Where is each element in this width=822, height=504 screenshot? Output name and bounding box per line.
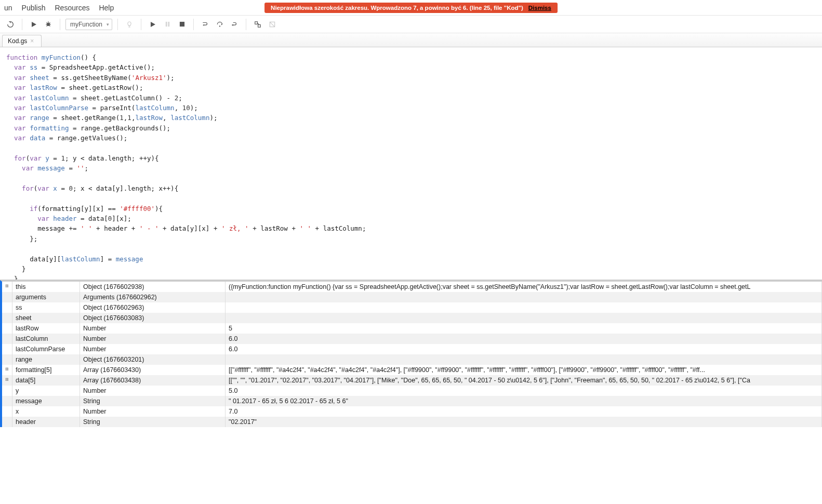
expand-icon — [2, 396, 12, 406]
var-name: arguments — [12, 292, 80, 302]
function-selected: myFunction — [70, 21, 102, 28]
step-over-icon — [216, 21, 223, 28]
svg-line-5 — [47, 22, 48, 23]
var-value: 6.0 — [226, 334, 822, 344]
step-into-icon — [202, 21, 209, 28]
var-name: message — [12, 396, 80, 406]
menu-help[interactable]: Help — [99, 4, 114, 12]
expand-icon — [2, 302, 12, 313]
var-type: Number — [80, 344, 226, 354]
debug-stop-button[interactable] — [176, 18, 188, 31]
var-type: Arguments (1676602962) — [80, 292, 226, 302]
expand-icon[interactable]: ⊞ — [2, 365, 12, 375]
file-tabs: Kod.gs × — [0, 33, 822, 47]
svg-line-6 — [49, 22, 50, 23]
debug-button[interactable] — [42, 18, 55, 31]
var-value: 5.0 — [226, 386, 822, 396]
expand-icon[interactable]: ⊞ — [2, 282, 12, 292]
menu-run[interactable]: un — [4, 4, 12, 12]
var-value: 6.0 — [226, 344, 822, 354]
var-value — [226, 302, 822, 313]
error-banner: Nieprawidłowa szerokość zakresu. Wprowad… — [264, 3, 558, 13]
debug-continue-button[interactable] — [147, 18, 159, 31]
step-out-button[interactable] — [228, 18, 241, 31]
svg-rect-18 — [258, 24, 261, 27]
svg-rect-12 — [179, 22, 184, 26]
menu-publish[interactable]: Publish — [22, 4, 46, 12]
hint-button[interactable] — [123, 18, 136, 31]
bug-icon — [45, 21, 52, 28]
var-type: Object (1676603083) — [80, 313, 226, 323]
code-editor[interactable]: function myFunction() { var ss = Spreads… — [0, 47, 822, 280]
var-type: Number — [80, 334, 226, 344]
svg-rect-11 — [168, 22, 169, 26]
expand-icon — [2, 292, 12, 302]
breakpoints-icon — [254, 21, 261, 28]
svg-line-21 — [270, 22, 274, 26]
play-icon — [150, 21, 156, 28]
expand-icon — [2, 334, 12, 344]
var-name: data[5] — [12, 375, 80, 386]
expand-icon — [2, 354, 12, 365]
var-value: [["", "", "01.2017", "02.2017", "03.2017… — [226, 375, 822, 386]
close-icon[interactable]: × — [30, 37, 34, 45]
var-name: lastColumn — [12, 334, 80, 344]
var-name: y — [12, 386, 80, 396]
var-name: header — [12, 417, 80, 427]
var-name: this — [12, 282, 80, 292]
var-name: x — [12, 406, 80, 417]
var-name: range — [12, 354, 80, 365]
var-type: String — [80, 396, 226, 406]
var-name: lastRow — [12, 323, 80, 334]
lightbulb-icon — [126, 21, 133, 28]
var-name: lastColumnParse — [12, 344, 80, 354]
var-value: [["#ffffff", "#ffffff", "#a4c2f4", "#a4c… — [226, 365, 822, 375]
clear-breakpoints-button[interactable] — [266, 18, 279, 31]
debug-pause-button[interactable] — [161, 18, 174, 31]
stop-icon — [179, 21, 185, 27]
menu-resources[interactable]: Resources — [55, 4, 90, 12]
var-value — [226, 313, 822, 323]
tab-label: Kod.gs — [8, 37, 27, 45]
play-icon — [31, 21, 37, 28]
var-value: 5 — [226, 323, 822, 334]
expand-icon — [2, 406, 12, 417]
clear-icon — [269, 21, 276, 28]
svg-point-15 — [219, 25, 220, 26]
dismiss-link[interactable]: Dismiss — [528, 5, 551, 11]
var-value: "02.2017" — [226, 417, 822, 427]
var-type: Object (1676602938) — [80, 282, 226, 292]
var-value — [226, 292, 822, 302]
var-type: Array (1676603430) — [80, 365, 226, 375]
tab-kod[interactable]: Kod.gs × — [2, 35, 42, 47]
step-over-button[interactable] — [214, 18, 226, 31]
debugger-panel: ⊞thisObject (1676602938)({myFunction:fun… — [0, 280, 822, 427]
step-out-icon — [231, 21, 238, 28]
svg-rect-10 — [165, 22, 167, 26]
breakpoints-button[interactable] — [251, 18, 264, 31]
undo-button[interactable] — [4, 18, 17, 31]
var-name: ss — [12, 302, 80, 313]
svg-marker-9 — [151, 22, 155, 27]
menu-bar: un Publish Resources Help Nieprawidłowa … — [0, 0, 822, 16]
var-type: String — [80, 417, 226, 427]
run-button[interactable] — [28, 18, 40, 31]
svg-marker-13 — [203, 24, 204, 26]
undo-icon — [6, 20, 15, 29]
var-type: Number — [80, 406, 226, 417]
var-value: " 01.2017 - 65 zł, 5 6 02.2017 - 65 zł, … — [226, 396, 822, 406]
var-name: sheet — [12, 313, 80, 323]
expand-icon — [2, 313, 12, 323]
var-type: Object (1676603201) — [80, 354, 226, 365]
var-type: Number — [80, 386, 226, 396]
expand-icon[interactable]: ⊞ — [2, 375, 12, 386]
var-value: ({myFunction:function myFunction() {var … — [226, 282, 822, 292]
svg-line-8 — [49, 25, 50, 26]
expand-icon — [2, 323, 12, 334]
var-value — [226, 354, 822, 365]
step-into-button[interactable] — [199, 18, 211, 31]
expand-icon — [2, 344, 12, 354]
function-dropdown[interactable]: myFunction — [65, 19, 112, 30]
svg-marker-0 — [32, 22, 36, 27]
var-type: Number — [80, 323, 226, 334]
